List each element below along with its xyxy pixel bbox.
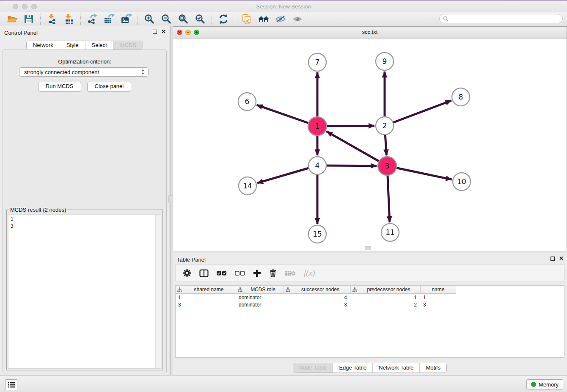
mcds-result-group: MCDS result (2 nodes) 1 3 xyxy=(6,210,163,370)
tab-motifs[interactable]: Motifs xyxy=(419,363,446,373)
select-all-button[interactable] xyxy=(217,271,227,276)
zoom-in-button[interactable] xyxy=(141,13,158,25)
graph-node-label: 6 xyxy=(245,97,250,106)
open-file-button[interactable] xyxy=(3,13,20,25)
refresh-view-button[interactable] xyxy=(215,13,232,25)
show-columns-button[interactable] xyxy=(199,269,209,277)
minimize-window-button[interactable] xyxy=(22,4,28,9)
toolbar-separator xyxy=(40,14,41,25)
delete-table-button[interactable] xyxy=(285,270,296,276)
result-scrollbar[interactable] xyxy=(155,215,161,368)
control-panel-title: Control Panel xyxy=(4,30,38,36)
graph-node-label: 4 xyxy=(315,161,320,170)
trash-icon xyxy=(269,269,277,277)
network-window-controls[interactable]: ✕ − + xyxy=(177,30,199,35)
function-builder-button[interactable]: f(x) xyxy=(304,268,315,278)
column-header-successor-nodes[interactable]: successor nodes xyxy=(284,286,351,294)
export-network-button[interactable] xyxy=(84,13,101,25)
network-graph[interactable]: 7968124314101511 xyxy=(173,39,567,251)
eye-icon xyxy=(292,15,303,23)
column-header-name[interactable]: name xyxy=(421,286,456,294)
show-graphics-details-button[interactable] xyxy=(289,13,306,25)
graph-edge-3-10[interactable] xyxy=(387,166,452,179)
minimize-network-button[interactable]: − xyxy=(185,30,191,35)
column-header-predecessor-nodes[interactable]: predecessor nodes xyxy=(351,286,421,294)
maximize-network-button[interactable]: + xyxy=(194,30,199,35)
zoom-fit-icon xyxy=(178,14,188,24)
tab-edge-table[interactable]: Edge Table xyxy=(333,363,372,373)
table-settings-button[interactable] xyxy=(183,269,191,277)
tab-select[interactable]: Select xyxy=(85,41,113,50)
node-table[interactable]: shared name MCDS role successor nodes pr… xyxy=(175,285,564,358)
table-tabs: Node Table Edge Table Network Table Moti… xyxy=(173,363,567,373)
column-header-shared-name[interactable]: shared name xyxy=(176,286,236,294)
table-row[interactable]: 3 dominator 3 2 3 xyxy=(176,301,564,308)
create-column-button[interactable] xyxy=(253,269,261,277)
houses-button[interactable] xyxy=(255,13,272,25)
window-controls[interactable] xyxy=(13,4,37,9)
close-panel-button[interactable]: Close panel xyxy=(87,82,132,92)
run-mcds-button[interactable]: Run MCDS xyxy=(38,82,81,92)
task-history-button[interactable] xyxy=(5,379,17,390)
zoom-out-icon xyxy=(161,14,171,24)
plus-icon xyxy=(253,269,261,277)
optimization-criterion-label: Optimization criterion: xyxy=(3,58,166,65)
tab-node-table[interactable]: Node Table xyxy=(293,363,333,373)
close-network-button[interactable]: ✕ xyxy=(177,30,182,35)
zoom-out-button[interactable] xyxy=(158,13,175,25)
tab-mcds[interactable]: MCDS xyxy=(113,41,143,50)
save-session-button[interactable] xyxy=(20,13,37,25)
close-table-panel-icon[interactable]: ✕ xyxy=(559,256,564,261)
import-table-button[interactable] xyxy=(61,13,77,25)
network-window-titlebar: ✕ − + scc.txt xyxy=(173,27,567,39)
save-icon xyxy=(24,14,33,24)
export-image-button[interactable] xyxy=(118,13,135,25)
zoom-in-icon xyxy=(144,14,154,24)
tab-style[interactable]: Style xyxy=(60,41,85,50)
search-input[interactable] xyxy=(451,15,562,22)
mcds-panel: Optimization criterion: strongly connect… xyxy=(3,50,167,373)
table-row[interactable]: 1 dominator 4 1 1 xyxy=(176,294,564,301)
memory-status-icon xyxy=(531,382,536,387)
window-title: Session: New Session xyxy=(0,1,567,12)
vertical-splitter-grip[interactable] xyxy=(168,195,173,203)
mcds-result-area[interactable]: 1 3 xyxy=(8,214,161,369)
cell-mcds-role: dominator xyxy=(236,302,284,308)
close-window-button[interactable] xyxy=(13,4,18,9)
graph-node-label: 1 xyxy=(315,122,320,130)
tree-icon xyxy=(286,287,290,292)
close-panel-icon[interactable]: ✕ xyxy=(161,29,166,34)
float-panel-icon[interactable] xyxy=(153,30,157,34)
graph-node-label: 11 xyxy=(385,228,395,237)
maximize-window-button[interactable] xyxy=(31,4,37,9)
deselect-all-button[interactable] xyxy=(235,271,245,276)
cell-successor-nodes: 3 xyxy=(284,302,351,308)
hide-graphics-details-button[interactable] xyxy=(272,13,289,25)
zoom-selected-button[interactable] xyxy=(192,13,209,25)
status-bar: Memory xyxy=(0,375,567,392)
graph-node-label: 9 xyxy=(383,57,387,66)
zoom-fit-button[interactable] xyxy=(175,13,192,25)
memory-button[interactable]: Memory xyxy=(526,379,563,389)
cell-predecessor-nodes: 2 xyxy=(351,302,421,308)
search-field[interactable] xyxy=(439,14,563,23)
tab-network-table[interactable]: Network Table xyxy=(372,363,419,373)
float-table-panel-icon[interactable] xyxy=(550,257,555,261)
gear-icon xyxy=(183,269,191,277)
delete-column-button[interactable] xyxy=(269,269,277,277)
graph-edge-2-8[interactable] xyxy=(385,100,451,126)
chevron-up-down-icon xyxy=(141,69,145,75)
import-network-button[interactable] xyxy=(44,13,61,25)
network-canvas[interactable]: 7968124314101511 xyxy=(173,39,567,251)
table-header-row: shared name MCDS role successor nodes pr… xyxy=(176,286,564,294)
tab-network[interactable]: Network xyxy=(27,41,60,50)
optimization-criterion-dropdown[interactable]: strongly connected component xyxy=(19,67,149,77)
column-header-mcds-role[interactable]: MCDS role xyxy=(236,286,284,294)
network-document-button[interactable] xyxy=(238,13,255,25)
export-table-button[interactable] xyxy=(101,13,118,25)
search-icon xyxy=(443,16,449,22)
network-resize-grip[interactable] xyxy=(365,246,371,250)
graph-node-label: 3 xyxy=(385,162,390,170)
tree-icon xyxy=(177,287,182,292)
graph-edge-3-1[interactable] xyxy=(327,131,387,166)
